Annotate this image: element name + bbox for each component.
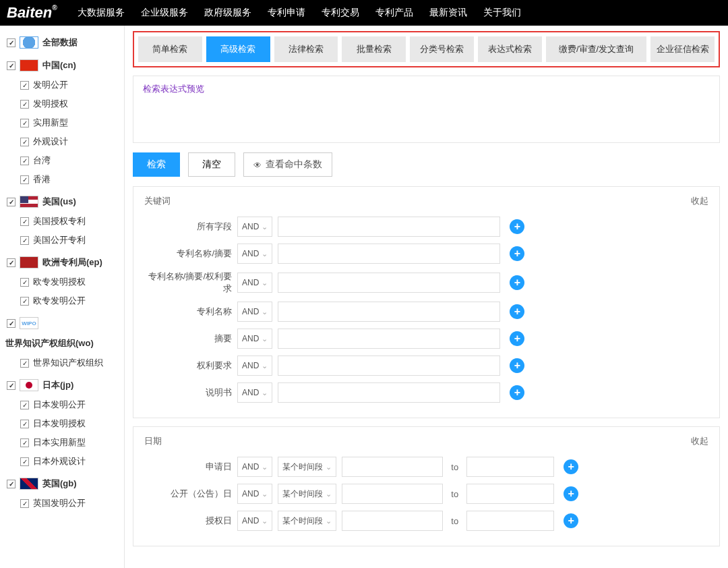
sidebar-item[interactable]: 日本外观设计 — [5, 452, 124, 471]
date-from-input[interactable] — [342, 457, 443, 477]
nav-patent-trade[interactable]: 专利交易 — [322, 7, 359, 19]
checkbox-icon[interactable] — [20, 119, 29, 127]
tab-simple-search[interactable]: 简单检索 — [138, 36, 202, 62]
checkbox-icon[interactable] — [7, 381, 16, 390]
date-to-input[interactable] — [466, 457, 554, 477]
operator-select[interactable]: AND — [237, 356, 272, 376]
tab-enterprise-credit-search[interactable]: 企业征信检索 — [650, 36, 715, 62]
nav-patent-apply[interactable]: 专利申请 — [268, 7, 305, 19]
operator-select[interactable]: AND — [237, 217, 272, 237]
range-type-select[interactable]: 某个时间段 — [278, 511, 336, 531]
nav-bigdata[interactable]: 大数据服务 — [78, 7, 125, 19]
nav-news[interactable]: 最新资讯 — [429, 7, 467, 19]
sidebar-item[interactable]: 外观设计 — [5, 132, 124, 151]
checkbox-icon[interactable] — [20, 236, 29, 245]
tab-class-search[interactable]: 分类号检索 — [410, 36, 474, 62]
add-row-button[interactable]: + — [510, 358, 524, 373]
date-from-input[interactable] — [342, 484, 443, 504]
sidebar-head-gb[interactable]: 英国(gb) — [5, 474, 124, 494]
checkbox-icon[interactable] — [7, 38, 16, 47]
checkbox-icon[interactable] — [7, 61, 16, 70]
sidebar-item[interactable]: 英国发明公开 — [5, 494, 124, 513]
add-row-button[interactable]: + — [510, 304, 524, 319]
sidebar-item[interactable]: 世界知识产权组织 — [5, 353, 124, 372]
hit-count-button[interactable]: 查看命中条数 — [243, 152, 332, 177]
tab-fee-review-search[interactable]: 缴费/审查/发文查询 — [546, 36, 646, 62]
sidebar-head-wo[interactable]: WIPO — [5, 313, 124, 333]
keyword-input[interactable] — [278, 382, 500, 403]
checkbox-icon[interactable] — [7, 198, 16, 206]
add-row-button[interactable]: + — [564, 486, 578, 501]
checkbox-icon[interactable] — [20, 100, 29, 109]
checkbox-icon[interactable] — [20, 457, 29, 466]
sidebar-item[interactable]: 欧专发明授权 — [5, 273, 124, 291]
keyword-input[interactable] — [278, 273, 500, 293]
nav-government[interactable]: 政府级服务 — [204, 7, 251, 19]
date-to-input[interactable] — [466, 511, 554, 531]
date-from-input[interactable] — [342, 511, 443, 531]
operator-select[interactable]: AND — [237, 244, 272, 264]
checkbox-icon[interactable] — [20, 175, 29, 184]
date-to-input[interactable] — [466, 484, 554, 504]
checkbox-icon[interactable] — [20, 438, 29, 447]
sidebar-item[interactable]: 实用新型 — [5, 113, 124, 132]
sidebar-item[interactable]: 日本发明授权 — [5, 414, 124, 433]
keyword-input[interactable] — [278, 356, 500, 376]
checkbox-icon[interactable] — [20, 297, 29, 306]
range-type-select[interactable]: 某个时间段 — [278, 484, 336, 504]
sidebar-item[interactable]: 日本实用新型 — [5, 433, 124, 452]
tab-expression-search[interactable]: 表达式检索 — [478, 36, 542, 62]
add-row-button[interactable]: + — [510, 219, 524, 234]
nav-patent-product[interactable]: 专利产品 — [375, 7, 413, 19]
sidebar-item[interactable]: 美国公开专利 — [5, 231, 124, 250]
checkbox-icon[interactable] — [7, 319, 16, 328]
keyword-input[interactable] — [278, 217, 500, 237]
checkbox-icon[interactable] — [20, 401, 29, 409]
sidebar-item[interactable]: 台湾 — [5, 151, 124, 170]
sidebar-item[interactable]: 欧专发明公开 — [5, 291, 124, 310]
checkbox-icon[interactable] — [20, 499, 29, 508]
checkbox-icon[interactable] — [20, 138, 29, 146]
collapse-link[interactable]: 收起 — [691, 435, 708, 447]
tab-batch-search[interactable]: 批量检索 — [342, 36, 406, 62]
keyword-input[interactable] — [278, 302, 500, 322]
sidebar-head-jp[interactable]: 日本(jp) — [5, 375, 124, 395]
sidebar-head-all[interactable]: 全部数据 — [5, 32, 124, 53]
keyword-input[interactable] — [278, 244, 500, 264]
sidebar-item[interactable]: 香港 — [5, 170, 124, 189]
sidebar-item[interactable]: 美国授权专利 — [5, 212, 124, 231]
clear-button[interactable]: 清空 — [188, 152, 235, 177]
checkbox-icon[interactable] — [20, 420, 29, 428]
checkbox-icon[interactable] — [20, 217, 29, 226]
collapse-link[interactable]: 收起 — [691, 195, 708, 207]
sidebar-head-cn[interactable]: 中国(cn) — [5, 55, 124, 76]
operator-select[interactable]: AND — [237, 382, 272, 403]
add-row-button[interactable]: + — [564, 513, 578, 528]
nav-enterprise[interactable]: 企业级服务 — [141, 7, 188, 19]
operator-select[interactable]: AND — [237, 484, 272, 504]
operator-select[interactable]: AND — [237, 302, 272, 322]
sidebar-head-us[interactable]: 美国(us) — [5, 192, 124, 212]
sidebar-item[interactable]: 发明公开 — [5, 76, 124, 94]
add-row-button[interactable]: + — [510, 385, 524, 400]
add-row-button[interactable]: + — [510, 331, 524, 346]
operator-select[interactable]: AND — [237, 273, 272, 293]
operator-select[interactable]: AND — [237, 457, 272, 477]
checkbox-icon[interactable] — [20, 81, 29, 90]
sidebar-head-ep[interactable]: 欧洲专利局(ep) — [5, 252, 124, 273]
add-row-button[interactable]: + — [564, 459, 578, 474]
add-row-button[interactable]: + — [510, 275, 524, 290]
search-button[interactable]: 检索 — [133, 152, 180, 177]
operator-select[interactable]: AND — [237, 329, 272, 349]
checkbox-icon[interactable] — [20, 157, 29, 165]
operator-select[interactable]: AND — [237, 511, 272, 531]
add-row-button[interactable]: + — [510, 246, 524, 261]
range-type-select[interactable]: 某个时间段 — [278, 457, 336, 477]
checkbox-icon[interactable] — [7, 258, 16, 267]
checkbox-icon[interactable] — [20, 278, 29, 287]
sidebar-item[interactable]: 日本发明公开 — [5, 395, 124, 414]
keyword-input[interactable] — [278, 329, 500, 349]
tab-legal-search[interactable]: 法律检索 — [274, 36, 338, 62]
tab-advanced-search[interactable]: 高级检索 — [206, 36, 270, 62]
checkbox-icon[interactable] — [20, 359, 29, 368]
